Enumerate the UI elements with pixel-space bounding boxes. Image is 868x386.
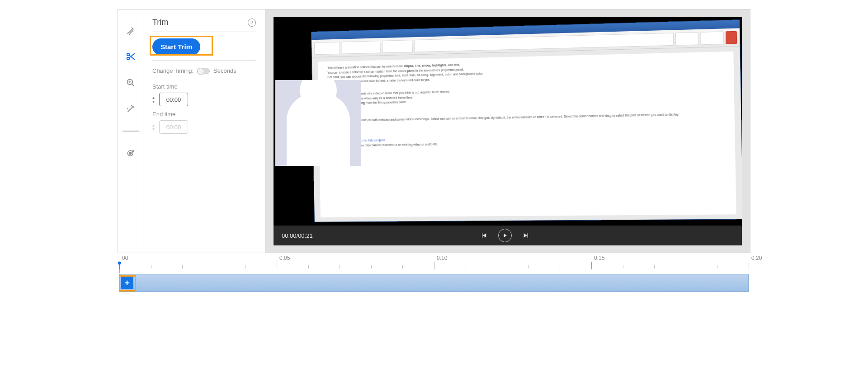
ruler-minor-mark (308, 256, 309, 274)
video-canvas[interactable]: The different annotation options that ca… (274, 17, 742, 226)
timeline: 000:050:100:150:20 + (118, 256, 750, 295)
editor-top: Trim ? Start Trim Change Timing: Seconds… (118, 9, 750, 253)
ruler-major-mark: 0:10 (434, 256, 434, 274)
preview-area: The different annotation options that ca… (265, 9, 750, 253)
video-controls: 00:00/00:21 (274, 226, 742, 245)
start-time-input[interactable] (159, 93, 188, 106)
avatar-icon (287, 94, 350, 166)
ruler-major-mark: 0:15 (591, 256, 592, 274)
playback-time: 00:00/00:21 (282, 232, 313, 239)
end-time-label: End time (152, 111, 256, 118)
help-icon[interactable]: ? (248, 19, 256, 27)
start-time-label: Start time (152, 83, 256, 90)
ruler-minor-mark (528, 256, 529, 274)
ruler-minor-mark (340, 256, 340, 274)
play-button[interactable] (498, 229, 512, 242)
skip-back-button[interactable] (480, 232, 487, 239)
end-time-input (159, 120, 188, 134)
ruler-minor-mark (182, 256, 183, 274)
skip-forward-button[interactable] (523, 232, 530, 239)
video-frame: The different annotation options that ca… (274, 17, 742, 245)
ruler-minor-mark (245, 256, 245, 274)
start-trim-button[interactable]: Start Trim (152, 38, 200, 55)
ruler-minor-mark (371, 256, 372, 274)
svg-point-4 (129, 152, 131, 155)
enhance-tool[interactable] (123, 102, 138, 116)
ruler-minor-mark (686, 256, 686, 274)
ruler-minor-mark (654, 256, 655, 274)
trim-tool[interactable] (123, 49, 138, 64)
seconds-label: Seconds (213, 67, 236, 74)
playhead[interactable] (117, 261, 122, 273)
change-timing-label: Change Timing: (152, 67, 193, 74)
start-time-stepper[interactable]: ▴▾ (152, 96, 155, 104)
record-tool[interactable] (123, 146, 138, 160)
ruler-minor-mark (623, 256, 623, 274)
webcam-overlay[interactable] (275, 80, 361, 166)
ruler-minor-mark (717, 256, 717, 274)
annotate-tool[interactable] (123, 23, 138, 38)
svg-point-5 (132, 151, 133, 151)
ruler-minor-mark (214, 256, 214, 274)
change-timing-toggle[interactable] (197, 68, 210, 74)
timeline-ruler[interactable]: 000:050:100:150:20 (119, 256, 749, 274)
end-time-stepper[interactable]: ▴▾ (152, 123, 155, 131)
trim-panel: Trim ? Start Trim Change Timing: Seconds… (143, 9, 265, 253)
toolbar-divider (123, 131, 139, 132)
panel-title: Trim (152, 18, 168, 27)
add-clip-button[interactable]: + (121, 277, 133, 289)
ruler-major-mark: 0:20 (749, 256, 749, 274)
ruler-minor-mark (497, 256, 497, 274)
video-editor: Trim ? Start Trim Change Timing: Seconds… (118, 9, 750, 295)
ruler-minor-mark (466, 256, 466, 274)
left-toolbar (118, 9, 143, 253)
ruler-major-mark: 0:05 (277, 256, 277, 274)
svg-point-6 (118, 262, 121, 265)
ruler-minor-mark (402, 256, 403, 274)
zoom-tool[interactable] (123, 75, 138, 90)
recorded-screen: The different annotation options that ca… (311, 20, 742, 222)
ruler-minor-mark (560, 256, 560, 274)
ruler-minor-mark (151, 256, 151, 274)
svg-rect-7 (119, 264, 120, 273)
timeline-track[interactable]: + (119, 274, 749, 292)
